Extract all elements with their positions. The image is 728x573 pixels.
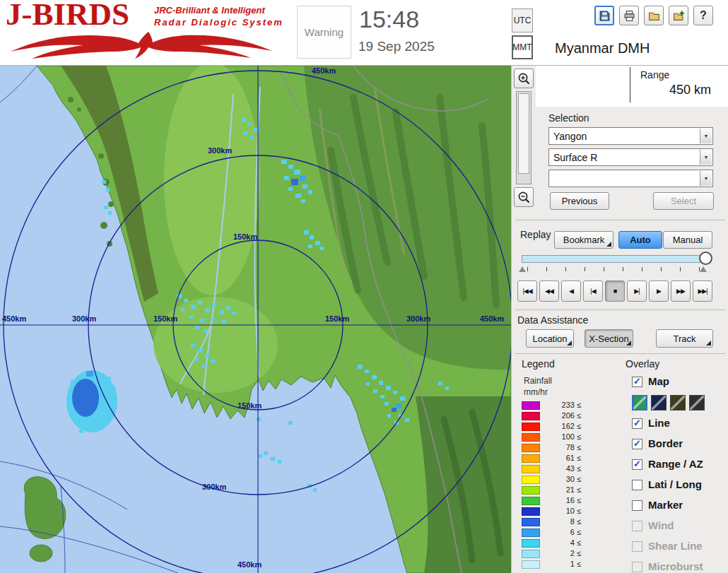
step-back-button[interactable]: |◀ — [583, 280, 603, 302]
app-logo-subtitle-1: JRC-Brilliant & Intelligent — [154, 5, 265, 16]
xsection-button[interactable]: X-Section — [585, 329, 633, 348]
print-button[interactable] — [619, 6, 639, 25]
range-label: Range — [640, 69, 669, 81]
range-az-checkbox[interactable]: ✓ — [632, 459, 642, 470]
help-button[interactable]: ? — [693, 6, 713, 25]
track-button[interactable]: Track — [656, 329, 713, 348]
divider — [515, 353, 725, 354]
map-style-swatch-green[interactable] — [632, 395, 647, 410]
station-title: Myanmar DMH — [555, 40, 650, 57]
open-file-button[interactable] — [644, 6, 664, 25]
map-style-swatch-navy[interactable] — [651, 395, 667, 410]
shear-line-checkbox[interactable] — [632, 541, 642, 552]
map-style-swatch-olive[interactable] — [670, 395, 686, 410]
open-folder-icon — [648, 10, 660, 22]
warning-indicator[interactable]: Warning — [297, 6, 351, 59]
forward-to-end-button[interactable]: ▶▶| — [693, 280, 712, 302]
range-ring-label: 150km — [233, 232, 257, 241]
overlay-title: Overlay — [626, 358, 659, 370]
play-button[interactable]: ▶ — [649, 280, 669, 302]
map-style-swatch-gray[interactable] — [689, 395, 705, 410]
chevron-down-icon[interactable]: ▼ — [700, 171, 712, 186]
step-forward-button[interactable]: ▶| — [627, 280, 647, 302]
chevron-down-icon[interactable]: ▼ — [700, 129, 712, 143]
legend-value: 100 ≤ — [543, 432, 581, 441]
marker-checkbox[interactable] — [632, 500, 642, 511]
rewind-to-start-button[interactable]: |◀◀ — [517, 280, 537, 302]
radar-map-area[interactable]: 450km 300km 150km 450km 300km 150km 150k… — [0, 66, 511, 573]
app-logo-subtitle-2: Radar Dialogic System — [154, 17, 283, 28]
legend-value: 43 ≤ — [543, 464, 581, 473]
site-dropdown-value: Yangon — [553, 131, 587, 142]
play-reverse-button[interactable]: ◀ — [561, 280, 581, 302]
site-dropdown[interactable]: Yangon ▼ — [548, 127, 713, 145]
legend-value: 6 ≤ — [543, 528, 581, 536]
range-ring-label: 450km — [2, 314, 26, 323]
magnifier-minus-icon — [517, 190, 531, 204]
stop-button[interactable]: ■ — [605, 280, 625, 302]
product-dropdown[interactable]: Surface R ▼ — [548, 148, 713, 166]
wind-checkbox[interactable] — [632, 521, 642, 531]
legend-value: 8 ≤ — [543, 517, 581, 526]
range-ring-label: 450km — [480, 314, 504, 323]
location-button[interactable]: Location — [526, 329, 574, 348]
zoom-in-button[interactable] — [514, 69, 534, 88]
microburst-checkbox[interactable] — [632, 562, 642, 572]
zoom-out-button[interactable] — [514, 187, 534, 207]
replay-slider-thumb[interactable] — [699, 252, 712, 265]
legend-value: 30 ≤ — [543, 475, 581, 483]
option-dropdown[interactable]: ▼ — [548, 170, 713, 187]
border-checkbox[interactable]: ✓ — [632, 439, 642, 449]
replay-timeline-slider[interactable] — [522, 255, 711, 263]
chevron-down-icon[interactable]: ▼ — [700, 150, 712, 165]
control-panel: Range 450 km Selection Yangon ▼ Surface … — [511, 66, 728, 573]
range-ring-label: 300km — [72, 314, 96, 323]
lati-long-checkbox[interactable] — [632, 480, 642, 490]
save-button[interactable] — [594, 6, 614, 25]
legend-color-swatch — [522, 475, 540, 484]
export-icon — [673, 10, 685, 22]
bookmark-button[interactable]: Bookmark — [554, 231, 613, 249]
print-icon — [623, 10, 635, 22]
range-ring-label: 150km — [153, 314, 177, 323]
zoom-slider-thumb[interactable] — [518, 93, 529, 174]
line-checkbox[interactable]: ✓ — [632, 418, 642, 429]
marker-checkbox-label: Marker — [648, 499, 683, 511]
range-ring-label: 150km — [237, 401, 262, 410]
utc-button[interactable]: UTC — [512, 8, 533, 33]
legend-color-swatch — [522, 528, 540, 537]
map-checkbox[interactable]: ✓ — [632, 377, 642, 387]
auto-button[interactable]: Auto — [618, 231, 662, 249]
product-dropdown-value: Surface R — [553, 152, 597, 163]
mmt-button[interactable]: MMT — [512, 35, 533, 59]
previous-button[interactable]: Previous — [550, 192, 609, 210]
legend-value: 61 ≤ — [543, 454, 581, 462]
legend-color-swatch — [522, 497, 540, 505]
legend-color-swatch — [522, 444, 540, 452]
legend-value: 78 ≤ — [543, 443, 581, 451]
legend-value: 233 ≤ — [543, 401, 581, 409]
legend-value: 16 ≤ — [543, 496, 581, 504]
range-ring-label: 150km — [325, 314, 349, 323]
manual-button[interactable]: Manual — [663, 231, 712, 249]
legend-value: 206 ≤ — [543, 411, 581, 420]
select-button[interactable]: Select — [653, 192, 714, 210]
wind-checkbox-label: Wind — [648, 519, 674, 531]
range-ring-label: 450km — [312, 66, 336, 75]
legend-unit-line1: Rainfall — [524, 376, 552, 386]
map-checkbox-label: Map — [648, 375, 669, 387]
legend-color-swatch — [522, 550, 540, 558]
export-button[interactable] — [669, 6, 688, 25]
clock-date: 19 Sep 2025 — [358, 39, 435, 54]
lati-long-checkbox-label: Lati / Long — [648, 478, 702, 490]
header: J-BIRDS JRC-Brilliant & Intelligent Rada… — [0, 0, 728, 66]
selection-label: Selection — [548, 112, 589, 124]
help-icon: ? — [700, 9, 707, 22]
fast-forward-button[interactable]: ▶▶ — [671, 280, 691, 302]
zoom-slider[interactable] — [516, 91, 532, 184]
line-checkbox-label: Line — [648, 417, 670, 429]
fast-rewind-button[interactable]: ◀◀ — [539, 280, 559, 302]
divider — [515, 220, 725, 220]
slider-end-marker — [700, 266, 707, 272]
replay-slider-ticks — [527, 267, 703, 271]
